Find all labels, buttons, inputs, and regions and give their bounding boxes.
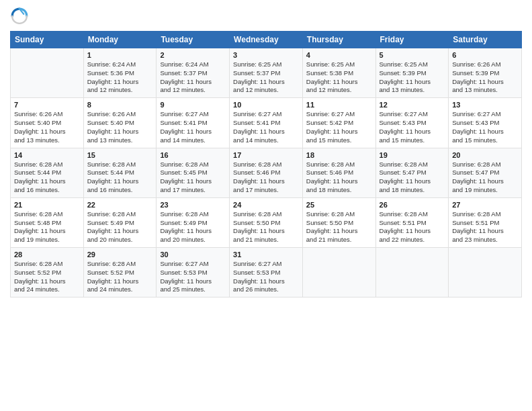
calendar-cell: 23Sunrise: 6:28 AM Sunset: 5:49 PM Dayli… xyxy=(157,197,230,247)
day-info: Sunrise: 6:24 AM Sunset: 5:36 PM Dayligh… xyxy=(87,60,153,95)
day-number: 17 xyxy=(233,151,299,159)
day-number: 6 xyxy=(452,51,518,59)
calendar-cell: 6Sunrise: 6:26 AM Sunset: 5:39 PM Daylig… xyxy=(449,48,522,98)
day-info: Sunrise: 6:28 AM Sunset: 5:48 PM Dayligh… xyxy=(14,210,80,244)
day-number: 16 xyxy=(160,151,226,159)
calendar-cell xyxy=(11,48,84,98)
calendar-cell: 19Sunrise: 6:28 AM Sunset: 5:47 PM Dayli… xyxy=(375,148,449,197)
calendar-cell: 1Sunrise: 6:24 AM Sunset: 5:36 PM Daylig… xyxy=(83,48,157,98)
calendar-cell xyxy=(449,248,522,298)
day-info: Sunrise: 6:27 AM Sunset: 5:53 PM Dayligh… xyxy=(160,260,226,294)
day-info: Sunrise: 6:27 AM Sunset: 5:42 PM Dayligh… xyxy=(306,110,372,144)
page: SundayMondayTuesdayWednesdayThursdayFrid… xyxy=(0,0,532,411)
day-info: Sunrise: 6:28 AM Sunset: 5:45 PM Dayligh… xyxy=(160,161,226,195)
calendar-cell: 12Sunrise: 6:27 AM Sunset: 5:43 PM Dayli… xyxy=(375,98,449,148)
calendar-cell: 18Sunrise: 6:28 AM Sunset: 5:46 PM Dayli… xyxy=(302,148,375,197)
calendar-cell: 29Sunrise: 6:28 AM Sunset: 5:52 PM Dayli… xyxy=(83,248,157,298)
day-header-monday: Monday xyxy=(83,32,157,48)
calendar-cell: 9Sunrise: 6:27 AM Sunset: 5:41 PM Daylig… xyxy=(157,98,230,148)
calendar-cell: 13Sunrise: 6:27 AM Sunset: 5:43 PM Dayli… xyxy=(449,98,522,148)
day-info: Sunrise: 6:28 AM Sunset: 5:51 PM Dayligh… xyxy=(452,210,518,244)
calendar-cell: 8Sunrise: 6:26 AM Sunset: 5:40 PM Daylig… xyxy=(83,98,157,148)
day-info: Sunrise: 6:27 AM Sunset: 5:41 PM Dayligh… xyxy=(233,110,299,144)
calendar-cell: 10Sunrise: 6:27 AM Sunset: 5:41 PM Dayli… xyxy=(230,98,303,148)
day-number: 8 xyxy=(87,101,153,109)
day-info: Sunrise: 6:25 AM Sunset: 5:39 PM Dayligh… xyxy=(380,60,445,95)
day-info: Sunrise: 6:27 AM Sunset: 5:53 PM Dayligh… xyxy=(233,260,299,294)
day-number: 4 xyxy=(306,51,372,59)
day-info: Sunrise: 6:26 AM Sunset: 5:39 PM Dayligh… xyxy=(452,60,518,95)
day-number: 19 xyxy=(380,151,445,159)
logo-icon xyxy=(10,7,29,26)
day-info: Sunrise: 6:28 AM Sunset: 5:50 PM Dayligh… xyxy=(233,210,299,244)
calendar-cell: 22Sunrise: 6:28 AM Sunset: 5:49 PM Dayli… xyxy=(83,197,157,247)
day-header-saturday: Saturday xyxy=(449,32,522,48)
day-number: 23 xyxy=(160,201,226,209)
day-number: 24 xyxy=(233,201,299,209)
day-number: 1 xyxy=(87,51,153,59)
day-number: 2 xyxy=(160,51,226,59)
day-info: Sunrise: 6:28 AM Sunset: 5:50 PM Dayligh… xyxy=(306,210,372,244)
calendar-cell: 3Sunrise: 6:25 AM Sunset: 5:37 PM Daylig… xyxy=(230,48,303,98)
calendar-cell: 7Sunrise: 6:26 AM Sunset: 5:40 PM Daylig… xyxy=(11,98,84,148)
day-number: 31 xyxy=(233,250,299,259)
day-info: Sunrise: 6:28 AM Sunset: 5:49 PM Dayligh… xyxy=(87,210,153,244)
calendar-cell: 17Sunrise: 6:28 AM Sunset: 5:46 PM Dayli… xyxy=(230,148,303,197)
day-number: 25 xyxy=(306,201,372,209)
calendar-cell: 11Sunrise: 6:27 AM Sunset: 5:42 PM Dayli… xyxy=(302,98,375,148)
calendar-week-row: 1Sunrise: 6:24 AM Sunset: 5:36 PM Daylig… xyxy=(11,48,522,98)
day-number: 14 xyxy=(14,151,80,159)
day-info: Sunrise: 6:28 AM Sunset: 5:52 PM Dayligh… xyxy=(14,260,80,294)
calendar-cell: 27Sunrise: 6:28 AM Sunset: 5:51 PM Dayli… xyxy=(449,197,522,247)
day-number: 9 xyxy=(160,101,226,109)
day-info: Sunrise: 6:28 AM Sunset: 5:52 PM Dayligh… xyxy=(87,260,153,294)
day-number: 26 xyxy=(380,201,445,209)
day-header-thursday: Thursday xyxy=(302,32,375,48)
day-info: Sunrise: 6:28 AM Sunset: 5:46 PM Dayligh… xyxy=(233,161,299,195)
day-number: 22 xyxy=(87,201,153,209)
calendar-cell: 30Sunrise: 6:27 AM Sunset: 5:53 PM Dayli… xyxy=(157,248,230,298)
day-info: Sunrise: 6:26 AM Sunset: 5:40 PM Dayligh… xyxy=(14,110,80,144)
day-number: 5 xyxy=(380,51,445,59)
day-number: 20 xyxy=(452,151,518,159)
calendar-cell: 14Sunrise: 6:28 AM Sunset: 5:44 PM Dayli… xyxy=(11,148,84,197)
day-header-wednesday: Wednesday xyxy=(230,32,303,48)
day-number: 28 xyxy=(14,250,80,259)
calendar-week-row: 14Sunrise: 6:28 AM Sunset: 5:44 PM Dayli… xyxy=(11,148,522,197)
day-number: 27 xyxy=(452,201,518,209)
calendar-header-row: SundayMondayTuesdayWednesdayThursdayFrid… xyxy=(11,32,522,48)
day-number: 18 xyxy=(306,151,372,159)
header xyxy=(10,7,522,26)
day-number: 3 xyxy=(233,51,299,59)
day-info: Sunrise: 6:28 AM Sunset: 5:47 PM Dayligh… xyxy=(452,161,518,195)
day-number: 13 xyxy=(452,101,518,109)
day-header-tuesday: Tuesday xyxy=(157,32,230,48)
calendar-cell: 15Sunrise: 6:28 AM Sunset: 5:44 PM Dayli… xyxy=(83,148,157,197)
day-info: Sunrise: 6:28 AM Sunset: 5:46 PM Dayligh… xyxy=(306,161,372,195)
calendar-cell: 26Sunrise: 6:28 AM Sunset: 5:51 PM Dayli… xyxy=(375,197,449,247)
day-info: Sunrise: 6:28 AM Sunset: 5:44 PM Dayligh… xyxy=(87,161,153,195)
day-number: 30 xyxy=(160,250,226,259)
calendar-table: SundayMondayTuesdayWednesdayThursdayFrid… xyxy=(10,31,522,298)
calendar-cell: 2Sunrise: 6:24 AM Sunset: 5:37 PM Daylig… xyxy=(157,48,230,98)
day-header-friday: Friday xyxy=(375,32,449,48)
calendar-cell: 31Sunrise: 6:27 AM Sunset: 5:53 PM Dayli… xyxy=(230,248,303,298)
calendar-cell: 24Sunrise: 6:28 AM Sunset: 5:50 PM Dayli… xyxy=(230,197,303,247)
day-info: Sunrise: 6:26 AM Sunset: 5:40 PM Dayligh… xyxy=(87,110,153,144)
day-header-sunday: Sunday xyxy=(11,32,84,48)
calendar-cell: 21Sunrise: 6:28 AM Sunset: 5:48 PM Dayli… xyxy=(11,197,84,247)
logo xyxy=(10,7,32,26)
calendar-cell: 28Sunrise: 6:28 AM Sunset: 5:52 PM Dayli… xyxy=(11,248,84,298)
calendar-week-row: 21Sunrise: 6:28 AM Sunset: 5:48 PM Dayli… xyxy=(11,197,522,247)
day-info: Sunrise: 6:25 AM Sunset: 5:37 PM Dayligh… xyxy=(233,60,299,95)
calendar-week-row: 28Sunrise: 6:28 AM Sunset: 5:52 PM Dayli… xyxy=(11,248,522,298)
calendar-week-row: 7Sunrise: 6:26 AM Sunset: 5:40 PM Daylig… xyxy=(11,98,522,148)
day-number: 15 xyxy=(87,151,153,159)
calendar-cell xyxy=(375,248,449,298)
day-info: Sunrise: 6:28 AM Sunset: 5:49 PM Dayligh… xyxy=(160,210,226,244)
day-info: Sunrise: 6:27 AM Sunset: 5:41 PM Dayligh… xyxy=(160,110,226,144)
day-number: 29 xyxy=(87,250,153,259)
calendar-cell: 20Sunrise: 6:28 AM Sunset: 5:47 PM Dayli… xyxy=(449,148,522,197)
day-info: Sunrise: 6:25 AM Sunset: 5:38 PM Dayligh… xyxy=(306,60,372,95)
day-info: Sunrise: 6:28 AM Sunset: 5:44 PM Dayligh… xyxy=(14,161,80,195)
